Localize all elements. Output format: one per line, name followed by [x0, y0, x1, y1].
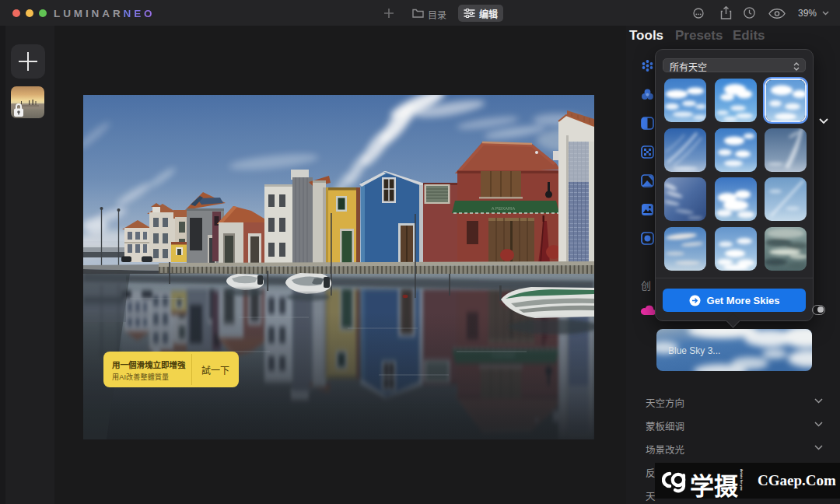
- svg-text:A PEIXARIA: A PEIXARIA: [492, 206, 516, 211]
